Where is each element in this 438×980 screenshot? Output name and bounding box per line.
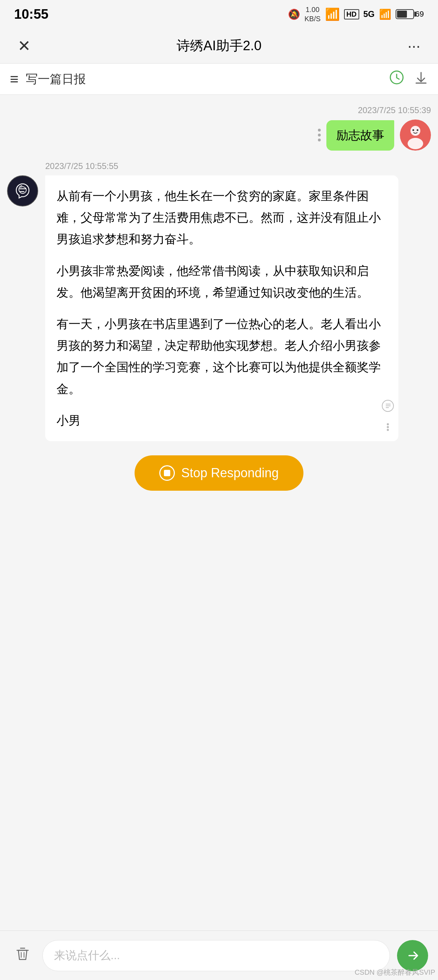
message-options[interactable]: [318, 129, 321, 142]
download-icon[interactable]: [414, 70, 428, 88]
svg-point-8: [387, 426, 389, 428]
user-message-group: 2023/7/25 10:55:39 励志故事: [7, 105, 431, 151]
5g-badge: 5G: [363, 9, 375, 19]
watermark: CSDN @桃茶醉春风SVIP: [355, 967, 435, 977]
delete-icon: [13, 945, 32, 967]
battery-icon: [396, 9, 414, 19]
ai-bubble-actions: [381, 399, 395, 434]
chat-area: 2023/7/25 10:55:39 励志故事: [0, 95, 438, 908]
svg-point-7: [387, 423, 389, 425]
ai-timestamp: 2023/7/25 10:55:55: [45, 161, 118, 171]
ai-paragraph-2: 小男孩非常热爱阅读，他经常借书阅读，从中获取知识和启发。他渴望离开贫困的环境，希…: [57, 260, 387, 303]
svg-point-3: [408, 138, 423, 149]
ai-paragraph-3: 有一天，小男孩在书店里遇到了一位热心的老人。老人看出小男孩的努力和渴望，决定帮助…: [57, 313, 387, 400]
toolbar-right-icons: [389, 70, 428, 88]
send-button[interactable]: [397, 940, 428, 971]
delete-button[interactable]: [10, 943, 35, 968]
dot3: [318, 138, 321, 142]
battery-label: 69: [416, 10, 424, 19]
svg-point-9: [387, 429, 389, 431]
stop-responding-button[interactable]: Stop Responding: [135, 455, 303, 491]
app-title: 诗绣AI助手2.0: [177, 37, 262, 55]
more-action[interactable]: [381, 420, 395, 434]
ai-message-group: 2023/7/25 10:55:55 从前有一个小男孩，他生长在一个贫穷的家庭。…: [7, 161, 431, 441]
dot1: [318, 129, 321, 132]
stop-circle-icon: [159, 465, 175, 481]
status-bar: 10:55 🔕 1.00 KB/S 📶 HD 5G 📶 69: [0, 0, 438, 28]
stop-responding-label: Stop Responding: [181, 466, 279, 480]
close-icon: ✕: [17, 37, 31, 55]
menu-icon[interactable]: ≡: [10, 71, 19, 88]
user-message-row: 励志故事: [318, 119, 431, 151]
status-icons: 🔕 1.00 KB/S 📶 HD 5G 📶 69: [288, 5, 424, 23]
more-button[interactable]: ···: [403, 35, 425, 57]
dot2: [318, 134, 321, 137]
ai-avatar: [7, 175, 38, 207]
chat-input-placeholder: 来说点什么...: [54, 948, 120, 963]
toolbar: ≡ 写一篇日报: [0, 64, 438, 95]
ai-bubble-wrapper: 从前有一个小男孩，他生长在一个贫穷的家庭。家里条件困难，父母常常为了生活费用焦虑…: [45, 175, 398, 441]
send-icon: [404, 947, 421, 964]
svg-point-4: [413, 129, 414, 131]
toolbar-prompt-text[interactable]: 写一篇日报: [26, 71, 382, 88]
signal-icon: 📶: [379, 8, 391, 20]
user-bubble: 励志故事: [326, 120, 394, 151]
status-time: 10:55: [14, 7, 48, 22]
chat-input-field[interactable]: 来说点什么...: [42, 940, 390, 971]
stop-btn-container: Stop Responding: [7, 455, 431, 491]
svg-point-2: [411, 126, 421, 136]
user-timestamp: 2023/7/25 10:55:39: [358, 105, 431, 115]
clock-icon[interactable]: [389, 70, 404, 88]
hd-badge: HD: [344, 9, 359, 19]
ai-bubble: 从前有一个小男孩，他生长在一个贫穷的家庭。家里条件困难，父母常常为了生活费用焦虑…: [45, 175, 398, 441]
more-icon: ···: [408, 37, 421, 55]
battery: 69: [396, 9, 424, 19]
mute-icon: 🔕: [288, 8, 300, 20]
wifi-icon: 📶: [325, 7, 340, 21]
ai-message-row: 从前有一个小男孩，他生长在一个贫穷的家庭。家里条件困难，父母常常为了生活费用焦虑…: [7, 175, 398, 441]
stop-inner-dot: [164, 470, 170, 476]
ai-paragraph-4: 小男: [57, 410, 387, 431]
copy-action[interactable]: [381, 399, 395, 413]
network-speed: 1.00 KB/S: [305, 5, 321, 23]
close-button[interactable]: ✕: [13, 35, 35, 57]
ai-paragraph-1: 从前有一个小男孩，他生长在一个贫穷的家庭。家里条件困难，父母常常为了生活费用焦虑…: [57, 185, 387, 250]
svg-point-5: [417, 129, 419, 131]
app-bar: ✕ 诗绣AI助手2.0 ···: [0, 28, 438, 64]
user-avatar: [400, 119, 431, 151]
